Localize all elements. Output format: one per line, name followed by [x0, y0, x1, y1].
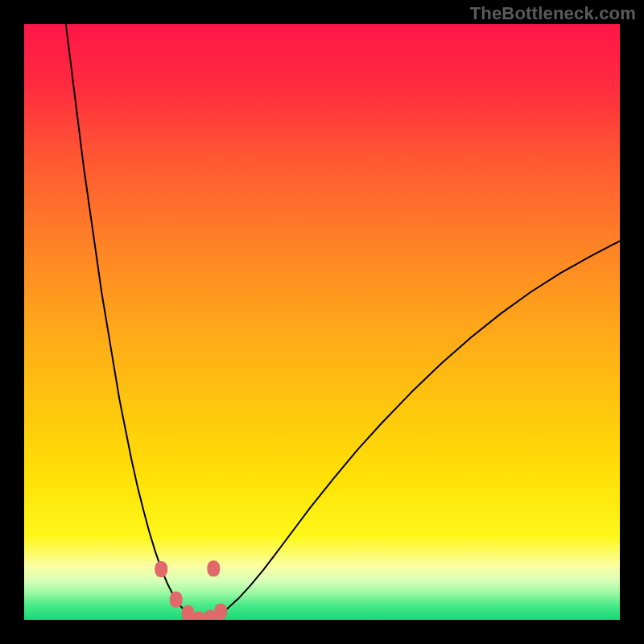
- gradient-background: [24, 24, 620, 620]
- plot-svg: [24, 24, 620, 620]
- curve-marker: [207, 560, 220, 576]
- curve-marker: [155, 561, 167, 577]
- plot-area: [24, 24, 620, 620]
- curve-marker: [214, 604, 227, 620]
- watermark-text: TheBottleneck.com: [470, 3, 636, 24]
- chart-frame: TheBottleneck.com: [0, 0, 644, 644]
- curve-marker: [170, 592, 183, 608]
